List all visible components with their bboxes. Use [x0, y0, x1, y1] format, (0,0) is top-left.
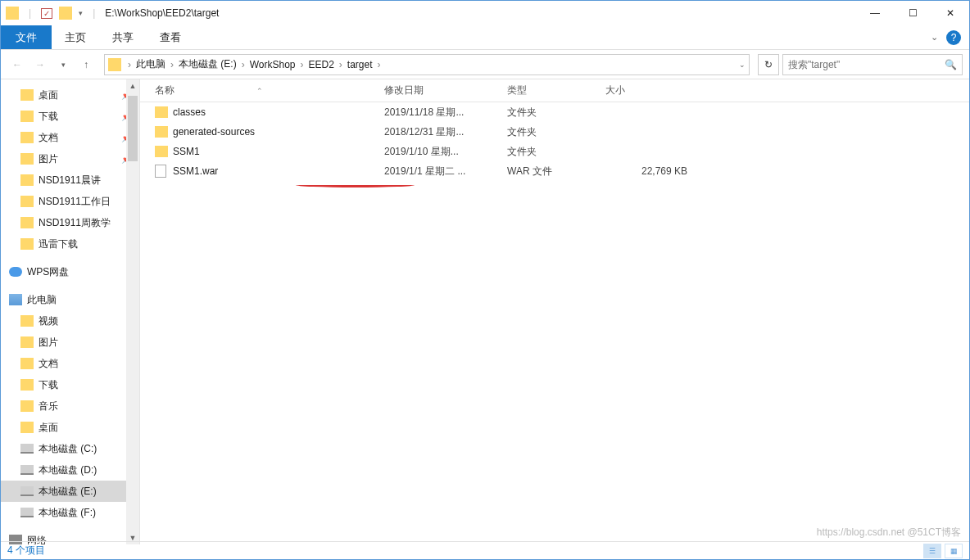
address-folder-icon — [108, 58, 121, 71]
address-dropdown-icon[interactable]: ⌄ — [739, 61, 746, 69]
qat-dropdown-icon[interactable]: ▾ — [79, 9, 83, 17]
nav-back-button[interactable]: ← — [7, 55, 27, 75]
sidebar-item[interactable]: 文档 — [1, 353, 139, 374]
file-date: 2019/11/18 星期... — [384, 106, 507, 120]
folder-icon — [20, 89, 34, 101]
nav-up-button[interactable]: ↑ — [76, 55, 96, 75]
chevron-right-icon[interactable]: › — [169, 59, 175, 70]
col-header-date[interactable]: 修改日期 — [384, 84, 507, 97]
cloud-icon — [9, 267, 22, 277]
sidebar-item-label: NSD1911晨讲 — [39, 174, 101, 187]
help-button[interactable]: ? — [946, 30, 961, 45]
col-header-size[interactable]: 大小 — [605, 84, 687, 97]
folder-icon — [20, 336, 34, 348]
tab-file[interactable]: 文件 — [1, 25, 52, 49]
chevron-right-icon[interactable]: › — [376, 59, 383, 70]
file-row[interactable]: SSM1.war2019/1/1 星期二 ...WAR 文件22,769 KB — [140, 161, 969, 181]
qat-properties-icon[interactable]: ✓ — [41, 8, 52, 19]
folder-icon — [20, 315, 34, 327]
sidebar-item[interactable]: 桌面 — [1, 417, 139, 438]
sidebar-item-label: NSD1911周教学 — [39, 216, 111, 230]
breadcrumb-item[interactable]: WorkShop — [247, 59, 299, 70]
view-thumbnails-button[interactable]: ▦ — [945, 544, 963, 558]
address-bar[interactable]: › 此电脑 › 本地磁盘 (E:) › WorkShop › EED2 › ta… — [104, 54, 750, 75]
sidebar-item-label: 图片 — [39, 152, 58, 166]
search-box[interactable]: 🔍 — [782, 54, 963, 75]
sidebar-item-label: 下载 — [39, 378, 58, 392]
sidebar-item[interactable]: 本地磁盘 (D:) — [1, 459, 139, 481]
folder-icon — [20, 217, 34, 228]
folder-icon — [20, 422, 34, 433]
address-root-chevron[interactable]: › — [126, 59, 133, 70]
sidebar-item[interactable]: 文档📌 — [1, 127, 139, 148]
file-type: 文件夹 — [507, 106, 605, 120]
folder-icon — [20, 174, 34, 186]
sidebar-item[interactable]: WPS网盘 — [1, 261, 139, 282]
breadcrumb-item[interactable]: target — [344, 59, 376, 70]
sidebar-item[interactable]: 迅雷下载 — [1, 233, 139, 255]
app-folder-icon — [6, 7, 19, 20]
file-row[interactable]: classes2019/11/18 星期...文件夹 — [140, 102, 969, 122]
file-type: 文件夹 — [507, 145, 605, 159]
scroll-thumb[interactable] — [128, 96, 138, 161]
tab-home[interactable]: 主页 — [52, 25, 99, 49]
drive-icon — [20, 444, 34, 454]
close-button[interactable]: ✕ — [931, 1, 969, 25]
col-header-type[interactable]: 类型 — [507, 84, 605, 97]
file-name: SSM1.war — [173, 165, 384, 177]
search-icon[interactable]: 🔍 — [945, 59, 957, 70]
refresh-button[interactable]: ↻ — [758, 54, 779, 75]
sidebar-item[interactable]: 桌面📌 — [1, 84, 139, 106]
scroll-up-icon[interactable]: ▲ — [126, 79, 139, 93]
file-date: 2018/12/31 星期... — [384, 125, 507, 139]
sidebar-item[interactable]: 音乐 — [1, 395, 139, 417]
breadcrumb-item[interactable]: 此电脑 — [133, 57, 169, 71]
sidebar-item[interactable]: NSD1911周教学 — [1, 212, 139, 233]
sidebar-item-label: 文档 — [39, 131, 58, 145]
sort-indicator-icon: ⌃ — [175, 87, 263, 95]
tab-share[interactable]: 共享 — [99, 25, 147, 49]
nav-forward-button[interactable]: → — [30, 55, 50, 75]
sidebar-item[interactable]: 图片📌 — [1, 148, 139, 169]
view-details-button[interactable]: ☰ — [923, 544, 941, 558]
sidebar-item-label: WPS网盘 — [27, 265, 69, 279]
sidebar-scrollbar[interactable]: ▲ ▼ — [126, 79, 139, 544]
sidebar-item-label: 本地磁盘 (E:) — [39, 485, 97, 499]
sidebar-item[interactable]: 本地磁盘 (C:) — [1, 438, 139, 459]
folder-icon — [20, 358, 34, 369]
sidebar-item[interactable]: NSD1911工作日 — [1, 191, 139, 212]
sidebar-item-label: NSD1911工作日 — [39, 195, 111, 209]
file-row[interactable]: generated-sources2018/12/31 星期...文件夹 — [140, 122, 969, 142]
ribbon-collapse-icon[interactable]: ⌄ — [931, 32, 938, 43]
content-pane: 名称⌃ 修改日期 类型 大小 classes2019/11/18 星期...文件… — [140, 79, 969, 544]
sidebar-item[interactable]: 此电脑 — [1, 289, 139, 310]
tab-view[interactable]: 查看 — [147, 25, 194, 49]
breadcrumb-item[interactable]: EED2 — [305, 59, 337, 70]
chevron-right-icon[interactable]: › — [338, 59, 344, 70]
file-name: classes — [173, 106, 384, 118]
sidebar-item-label: 本地磁盘 (F:) — [39, 506, 96, 520]
sidebar-item[interactable]: 图片 — [1, 332, 139, 353]
drive-icon — [20, 465, 34, 475]
status-item-count: 4 个项目 — [7, 544, 45, 558]
nav-history-dropdown[interactable]: ▾ — [53, 55, 73, 75]
sidebar-item[interactable]: 下载 — [1, 374, 139, 395]
sidebar-item-label: 下载 — [39, 110, 58, 124]
sidebar-item[interactable]: 本地磁盘 (F:) — [1, 502, 139, 523]
sidebar-item[interactable]: 本地磁盘 (E:) — [1, 481, 139, 502]
folder-icon — [155, 146, 168, 157]
col-header-name[interactable]: 名称⌃ — [155, 84, 384, 97]
file-size: 22,769 KB — [605, 165, 687, 177]
sidebar-item-label: 视频 — [39, 314, 58, 328]
maximize-button[interactable]: ☐ — [894, 1, 931, 25]
minimize-button[interactable]: — — [856, 1, 894, 25]
breadcrumb-item[interactable]: 本地磁盘 (E:) — [175, 57, 240, 71]
chevron-right-icon[interactable]: › — [298, 59, 305, 70]
sidebar-item[interactable]: NSD1911晨讲 — [1, 169, 139, 191]
file-row[interactable]: SSM12019/1/10 星期...文件夹 — [140, 142, 969, 161]
qat-folder-icon[interactable] — [59, 7, 72, 20]
chevron-right-icon[interactable]: › — [240, 59, 247, 70]
sidebar-item[interactable]: 视频 — [1, 310, 139, 332]
search-input[interactable] — [788, 59, 945, 70]
sidebar-item[interactable]: 下载📌 — [1, 106, 139, 127]
